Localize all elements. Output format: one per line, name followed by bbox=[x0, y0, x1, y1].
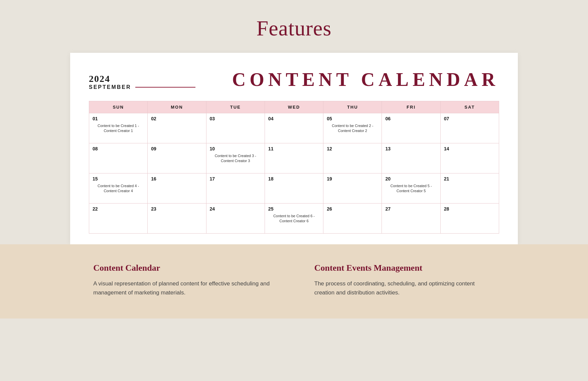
calendar-cell-w4-d6: 27 bbox=[382, 204, 440, 234]
day-number: 20 bbox=[385, 176, 437, 181]
feature-title-1: Content Calendar bbox=[93, 263, 274, 273]
calendar-cell-w2-d5: 12 bbox=[323, 143, 382, 173]
page-wrapper: Features 2024 SEPTEMBER CONTENT CALENDAR… bbox=[0, 0, 588, 381]
event-text: Content to be Created 2 - Content Creato… bbox=[327, 123, 378, 134]
calendar-cell-w1-d4: 04 bbox=[265, 113, 323, 143]
feature-desc-1: A visual representation of planned conte… bbox=[93, 279, 274, 297]
day-number: 18 bbox=[268, 176, 320, 181]
day-number: 17 bbox=[210, 176, 261, 181]
calendar-month-info: 2024 SEPTEMBER bbox=[89, 74, 195, 90]
calendar-cell-w2-d3: 10Content to be Created 3 - Content Crea… bbox=[206, 143, 265, 173]
day-number: 28 bbox=[444, 206, 495, 212]
bottom-section: Content Calendar A visual representation… bbox=[0, 244, 588, 319]
day-number: 23 bbox=[151, 206, 202, 212]
calendar-week-3: 15Content to be Created 4 - Content Crea… bbox=[89, 173, 499, 204]
calendar-container: 2024 SEPTEMBER CONTENT CALENDAR SUN MON … bbox=[70, 53, 518, 244]
features-header: Features bbox=[257, 0, 332, 53]
calendar-cell-w3-d3: 17 bbox=[206, 173, 265, 204]
calendar-week-2: 080910Content to be Created 3 - Content … bbox=[89, 143, 499, 173]
day-number: 13 bbox=[385, 146, 437, 151]
calendar-year: 2024 bbox=[89, 74, 195, 84]
calendar-week-4: 22232425Content to be Created 6 - Conten… bbox=[89, 204, 499, 234]
calendar-cell-w2-d1: 08 bbox=[89, 143, 148, 173]
calendar-cell-w2-d4: 11 bbox=[265, 143, 323, 173]
calendar-cell-w1-d1: 01Content to be Created 1 - Content Crea… bbox=[89, 113, 148, 143]
event-text: Content to be Created 3 - Content Creato… bbox=[210, 153, 261, 164]
col-sat: SAT bbox=[440, 101, 499, 113]
calendar-cell-w3-d6: 20Content to be Created 5 - Content Crea… bbox=[382, 173, 440, 204]
day-number: 02 bbox=[151, 116, 202, 121]
calendar-month-divider bbox=[135, 87, 195, 88]
calendar-cell-w3-d7: 21 bbox=[440, 173, 499, 204]
day-number: 01 bbox=[93, 116, 144, 121]
calendar-cell-w1-d3: 03 bbox=[206, 113, 265, 143]
day-number: 06 bbox=[385, 116, 437, 121]
day-number: 15 bbox=[93, 176, 144, 181]
day-number: 26 bbox=[327, 206, 378, 212]
calendar-cell-w1-d6: 06 bbox=[382, 113, 440, 143]
day-number: 03 bbox=[210, 116, 261, 121]
day-number: 25 bbox=[268, 206, 320, 212]
day-number: 24 bbox=[210, 206, 261, 212]
event-text: Content to be Created 4 - Content Creato… bbox=[93, 183, 144, 194]
calendar-month: SEPTEMBER bbox=[89, 84, 131, 90]
day-number: 05 bbox=[327, 116, 378, 121]
day-number: 09 bbox=[151, 146, 202, 151]
col-fri: FRI bbox=[382, 101, 440, 113]
calendar-cell-w1-d5: 05Content to be Created 2 - Content Crea… bbox=[323, 113, 382, 143]
calendar-cell-w2-d6: 13 bbox=[382, 143, 440, 173]
calendar-cell-w4-d1: 22 bbox=[89, 204, 148, 234]
day-number: 16 bbox=[151, 176, 202, 181]
calendar-cell-w1-d7: 07 bbox=[440, 113, 499, 143]
event-text: Content to be Created 1 - Content Creato… bbox=[93, 123, 144, 134]
day-number: 14 bbox=[444, 146, 495, 151]
calendar-cell-w4-d3: 24 bbox=[206, 204, 265, 234]
col-mon: MON bbox=[148, 101, 206, 113]
day-number: 27 bbox=[385, 206, 437, 212]
event-text: Content to be Created 6 - Content Creato… bbox=[268, 214, 320, 224]
day-number: 21 bbox=[444, 176, 495, 181]
calendar-title: CONTENT CALENDAR bbox=[232, 69, 499, 90]
col-thu: THU bbox=[323, 101, 382, 113]
day-number: 10 bbox=[210, 146, 261, 151]
calendar-month-line: SEPTEMBER bbox=[89, 84, 195, 90]
calendar-cell-w1-d2: 02 bbox=[148, 113, 206, 143]
feature-desc-2: The process of coordinating, scheduling,… bbox=[314, 279, 495, 297]
calendar-cell-w3-d5: 19 bbox=[323, 173, 382, 204]
event-text: Content to be Created 5 - Content Creato… bbox=[385, 183, 437, 194]
calendar-cell-w4-d5: 26 bbox=[323, 204, 382, 234]
col-tue: TUE bbox=[206, 101, 265, 113]
feature-title-2: Content Events Management bbox=[314, 263, 495, 273]
day-number: 07 bbox=[444, 116, 495, 121]
calendar-top: 2024 SEPTEMBER CONTENT CALENDAR bbox=[89, 69, 499, 90]
day-number: 04 bbox=[268, 116, 320, 121]
calendar-cell-w3-d1: 15Content to be Created 4 - Content Crea… bbox=[89, 173, 148, 204]
calendar-cell-w3-d4: 18 bbox=[265, 173, 323, 204]
calendar-header-row: SUN MON TUE WED THU FRI SAT bbox=[89, 101, 499, 113]
day-number: 11 bbox=[268, 146, 320, 151]
day-number: 19 bbox=[327, 176, 378, 181]
feature-card-2: Content Events Management The process of… bbox=[294, 263, 515, 297]
calendar-cell-w4-d2: 23 bbox=[148, 204, 206, 234]
col-sun: SUN bbox=[89, 101, 148, 113]
page-title: Features bbox=[257, 16, 332, 41]
calendar-week-1: 01Content to be Created 1 - Content Crea… bbox=[89, 113, 499, 143]
calendar-cell-w4-d4: 25Content to be Created 6 - Content Crea… bbox=[265, 204, 323, 234]
day-number: 08 bbox=[93, 146, 144, 151]
calendar-cell-w2-d7: 14 bbox=[440, 143, 499, 173]
calendar-cell-w3-d2: 16 bbox=[148, 173, 206, 204]
calendar-cell-w4-d7: 28 bbox=[440, 204, 499, 234]
feature-card-1: Content Calendar A visual representation… bbox=[73, 263, 294, 297]
day-number: 22 bbox=[93, 206, 144, 212]
day-number: 12 bbox=[327, 146, 378, 151]
col-wed: WED bbox=[265, 101, 323, 113]
calendar-grid: SUN MON TUE WED THU FRI SAT 01Content to… bbox=[89, 101, 499, 234]
calendar-cell-w2-d2: 09 bbox=[148, 143, 206, 173]
